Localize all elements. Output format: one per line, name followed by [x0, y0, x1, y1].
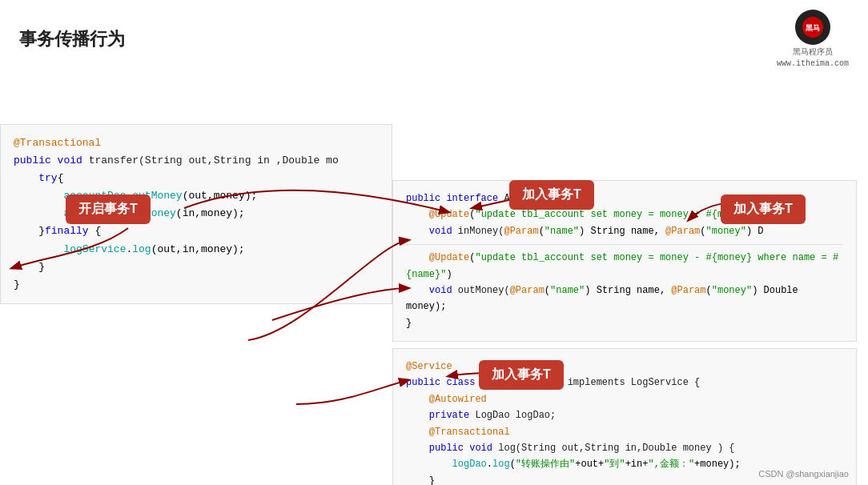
footer: CSDN @shangxianjiao [758, 469, 849, 479]
badge-open-transaction: 开启事务T [66, 194, 151, 224]
code-line: @Update("update tbl_account set money = … [406, 250, 843, 283]
code-line: public void log(String out,String in,Dou… [406, 440, 843, 456]
badge-join-transaction-3: 加入事务T [479, 360, 564, 390]
logo-area: 黑马 黑马程序员 www.itheima.com [777, 10, 849, 68]
code-line: } [14, 259, 379, 276]
code-line: void outMoney(@Param("name") String name… [406, 283, 843, 315]
code-line: public void transfer(String out,String i… [14, 152, 379, 170]
header: 事务传播行为 黑马 黑马程序员 www.itheima.com [0, 0, 868, 68]
logo-url: www.itheima.com [777, 59, 849, 68]
code-line: logService.log(out,in,money); [14, 241, 379, 259]
logo-icon: 黑马 [795, 10, 830, 45]
code-line: public class LogServiceImpl implements L… [406, 375, 843, 391]
code-line: } [406, 315, 843, 331]
code-left: @Transactional public void transfer(Stri… [0, 124, 392, 304]
badge-join-transaction-2: 加入事务T [721, 194, 806, 224]
logo-text: 黑马程序员 [793, 46, 833, 58]
code-line: try{ [14, 170, 379, 187]
code-line: @Service [406, 359, 843, 375]
code-line: @Transactional [14, 134, 379, 152]
svg-text:黑马: 黑马 [806, 24, 820, 33]
code-right-bottom: @Service public class LogServiceImpl imp… [392, 348, 857, 485]
code-line: @Autowired [406, 391, 843, 407]
main-content: @Transactional public void transfer(Stri… [0, 76, 868, 485]
code-line: private LogDao logDao; [406, 407, 843, 423]
code-line: void inMoney(@Param("name") String name,… [406, 223, 843, 239]
code-line: }finally { [14, 222, 379, 240]
badge-join-transaction-1: 加入事务T [509, 180, 594, 210]
code-line: } [14, 276, 379, 294]
page-title: 事务传播行为 [19, 27, 125, 51]
code-line: @Transactional [406, 424, 843, 440]
footer-text: CSDN @shangxianjiao [758, 469, 849, 479]
